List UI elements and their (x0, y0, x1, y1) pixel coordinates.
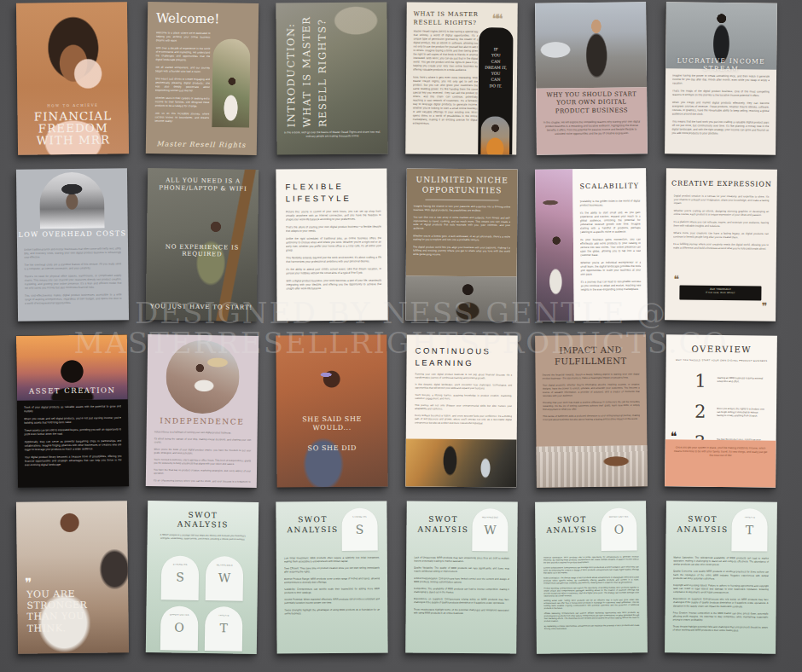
motivation-quote-text: YOU ARE STRONGER THAN YOU THINK. (26, 588, 88, 634)
why-start-body: In this chapter, we will explore the com… (543, 119, 641, 136)
page-swot-weaknesses[interactable]: SWOT ANALYSIS WEAKNESSES W Lack of Uniqu… (405, 501, 518, 653)
swot-card-opportunities[interactable]: OPPORTUNITIES O (160, 605, 199, 651)
she-said-line1: SHE SAID SHE WOULD... (276, 415, 387, 434)
introduction-vertical-title: INTRODUCTION: WHAT IS MASTER RESELL RIGH… (282, 8, 330, 127)
threats-body-wrap: Market Saturation: The widespread availa… (672, 555, 769, 650)
swot-card-label: OPPORTUNITIES (160, 613, 198, 617)
swot-card-label: WEAKNESSES (206, 564, 243, 567)
overview-item-1-wrap: Starting an MRR business requires minima… (717, 376, 764, 403)
all-you-need-line2: NO EXPERIENCE IS REQUIRED (147, 243, 258, 258)
lucrative-title: LUCRATIVE INCOME STREAM (665, 56, 776, 72)
page-cover[interactable]: HOW TO ACHIEVE FINANCIAL FREEDOM WITH MR… (16, 2, 129, 155)
overview-number-2: 2 (694, 403, 706, 421)
swot-card-weaknesses[interactable]: WEAKNESSES W (206, 556, 244, 601)
overview-subtitle-wrap: WHY YOU SHOULD START YOUR OWN DIGITAL PR… (666, 358, 777, 366)
open-quote-icon: ❝ (674, 274, 680, 284)
page-creative-expression[interactable]: CREATIVE EXPRESSION Digital product crea… (665, 168, 777, 321)
unlimited-niche-title: UNLIMITED NICHE OPPORTUNITIES (407, 175, 518, 196)
she-said-line2: SO SHE DID (276, 444, 387, 453)
overview-number-1: 1 (694, 373, 706, 391)
swot-card-label-wrap: OPPORTUNITIES (160, 613, 198, 619)
page-scalability[interactable]: SCALABILITY Scalability is the golden ti… (535, 168, 648, 321)
page-why-start[interactable]: WHY YOU SHOULD START YOUR OWN DIGITAL PR… (535, 2, 648, 154)
swot-card-label-wrap: THREATS (205, 614, 242, 620)
asset-creation-body-wrap: Think of your digital products as valuab… (24, 404, 122, 484)
page-swot-opportunities[interactable]: SWOT ANALYSIS OPPORTUNITIES O Revenue Ge… (535, 501, 648, 653)
continuous-photo (405, 438, 516, 487)
all-you-need-line1: ALL YOU NEED IS A PHONE/LAPTOP & WIFI (148, 177, 259, 194)
quote-arch-photo (480, 116, 509, 154)
low-overhead-arch-photo (39, 172, 105, 229)
what-is-mrr-body: Master Resell Rights (MRR) is like havin… (413, 30, 479, 126)
swot-intro: A SWOT analysis is a strategic tool that… (159, 533, 247, 541)
quote-panel: IF YOU CAN DREAM IT, YOU CAN DO IT. (478, 27, 513, 154)
flexible-body-wrap: Picture this: you're in control of your … (286, 210, 382, 316)
introduction-caption-wrap: In this e-book, we'll go over the basics… (283, 130, 381, 150)
page-she-said[interactable]: SHE SAID SHE WOULD... SO SHE DID (276, 335, 387, 488)
quote-marks-icon: ❝❝ (479, 13, 514, 26)
overview-quote-icon: ❝ (671, 430, 677, 442)
lucrative-body: Imagine having the power to create somet… (671, 73, 770, 136)
creative-title: CREATIVE EXPRESSION (666, 179, 777, 188)
overview-title: OVERVIEW (666, 344, 777, 354)
page-flexible-lifestyle[interactable]: FLEXIBLE LIFESTYLE Picture this: you're … (276, 169, 387, 322)
continuous-body-wrap: Running your own digital product busines… (415, 373, 513, 438)
independence-body-wrap: Independence is a hallmark of running yo… (154, 430, 252, 484)
page-motivation-quote[interactable]: ❞ YOU ARE STRONGER THAN YOU THINK. (16, 501, 129, 654)
page-what-is-mrr[interactable]: WHAT IS MASTER RESELL RIGHTS? Master Res… (405, 2, 518, 154)
weaknesses-body-wrap: Lack of Uniqueness: MRR products may lac… (413, 556, 509, 651)
cover-title: FINANCIAL FREEDOM WITH MRR (17, 109, 129, 147)
threats-letter: T (732, 523, 768, 536)
lucrative-body-wrap: Imagine having the power to create somet… (671, 73, 770, 151)
page-swot-strengths[interactable]: SWOT ANALYSIS STRENGTHS S Low Initial In… (276, 501, 387, 654)
page-overview[interactable]: OVERVIEW WHY YOU SHOULD START YOUR OWN D… (665, 334, 777, 487)
weaknesses-letter: W (472, 523, 508, 536)
page-asset-creation[interactable]: ASSET CREATION Think of your digital pro… (16, 334, 129, 488)
swot-title: SWOT ANALYSIS (542, 515, 602, 536)
welcome-arch-photo (212, 38, 250, 128)
strengths-body-wrap: Low Initial Investment: MRR products oft… (284, 556, 381, 651)
independence-body: Independence is a hallmark of running yo… (154, 430, 252, 484)
scalability-body-wrap: Scalability is the golden ticket in the … (579, 199, 641, 314)
swot-card-strengths[interactable]: STRENGTHS S (161, 555, 200, 600)
overview-quote-wrap: Once you get your system in place, you'l… (673, 445, 767, 484)
ask-question: If not now, then when? (706, 292, 735, 294)
swot-card-label: THREATS (205, 614, 242, 617)
threats-body: Market Saturation: The widespread availa… (672, 555, 769, 632)
page-unlimited-niche[interactable]: UNLIMITED NICHE OPPORTUNITIES Imagine ha… (405, 168, 518, 321)
overview-item-2-wrap: Once you acquire the rights to a product… (717, 407, 764, 433)
impact-title: IMPACT AND FULFILLMENT (535, 345, 646, 367)
ebook-page-grid: HOW TO ACHIEVE FINANCIAL FREEDOM WITH MR… (17, 3, 776, 653)
swot-card-letter: W (206, 571, 243, 585)
swot-card-threats[interactable]: THREATS T (205, 606, 243, 652)
flexible-body: Picture this: you're in control of your … (286, 210, 382, 291)
asset-creation-title: ASSET CREATION (17, 385, 128, 396)
low-overhead-title: LOW OVERHEAD COSTS (17, 229, 128, 239)
what-is-mrr-quote-column: ❝❝ IF YOU CAN DREAM IT, YOU CAN DO IT. (478, 13, 513, 154)
page-welcome[interactable]: Welcome! Welcome to a place where we're … (146, 2, 259, 155)
strengths-letter: S (342, 523, 378, 536)
introduction-caption: In this e-book, we'll go over the basics… (283, 130, 381, 139)
page-lucrative-income[interactable]: LUCRATIVE INCOME STREAM Imagine having t… (665, 2, 777, 154)
page-independence[interactable]: INDEPENDENCE Independence is a hallmark … (146, 334, 259, 488)
page-low-overhead[interactable]: LOW OVERHEAD COSTS Unlike traditional br… (16, 168, 129, 322)
flexible-title: FLEXIBLE LIFESTYLE (285, 181, 351, 206)
swot-title: SWOT ANALYSIS (413, 515, 473, 536)
page-swot-overview[interactable]: SWOT ANALYSIS A SWOT analysis is a strat… (146, 501, 259, 654)
page-all-you-need[interactable]: ALL YOU NEED IS A PHONE/LAPTOP & WIFI NO… (146, 168, 259, 322)
page-impact-fulfillment[interactable]: IMPACT AND FULFILLMENT Beyond the financ… (535, 334, 648, 487)
all-you-need-line3: YOU JUST HAVE TO START! (146, 303, 257, 311)
page-introduction[interactable]: INTRODUCTION: WHAT IS MASTER RESELL RIGH… (276, 3, 387, 155)
scalability-title: SCALABILITY (572, 182, 646, 190)
scalability-body: Scalability is the golden ticket in the … (579, 199, 641, 292)
continuous-title: CONTINUOUS LEARNING (415, 345, 491, 369)
quote-text: IF YOU CAN DREAM IT, YOU CAN DO IT. (480, 46, 511, 89)
independence-circle-photo (166, 339, 240, 414)
page-continuous-learning[interactable]: CONTINUOUS LEARNING Running your own dig… (405, 334, 518, 487)
threats-label-wrap: THREATS (732, 516, 768, 521)
swot-card-letter: T (205, 621, 242, 635)
swot-card-label-wrap: STRENGTHS (161, 563, 199, 569)
page-swot-threats[interactable]: SWOT ANALYSIS THREATS T Market Saturatio… (665, 501, 777, 653)
unlimited-niche-body: Imagine having the chance to turn your p… (413, 205, 511, 258)
why-start-body-wrap: In this chapter, we will explore the com… (543, 119, 641, 151)
